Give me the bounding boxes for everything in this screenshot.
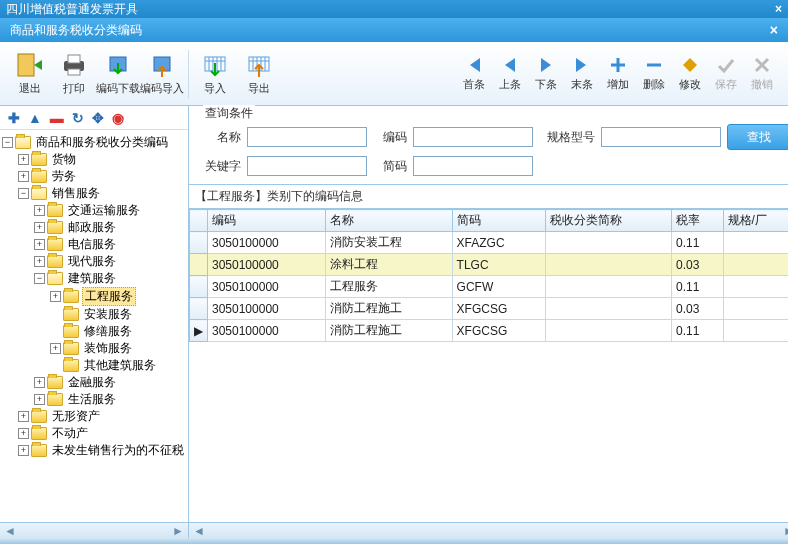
tree-expand-icon[interactable]: + <box>50 343 61 354</box>
tree-expand-icon[interactable]: + <box>18 445 29 456</box>
tree-hscrollbar[interactable]: ◄► <box>0 522 188 538</box>
data-grid[interactable]: 编码名称简码税收分类简称税率规格/厂 3050100000消防安装工程XFAZG… <box>189 209 788 342</box>
cell[interactable]: 0.11 <box>672 276 723 298</box>
tree-expand-icon[interactable]: + <box>18 154 29 165</box>
first-record-button[interactable]: 首条 <box>456 46 492 102</box>
tree-refresh-icon[interactable]: ↻ <box>72 110 84 126</box>
cell[interactable] <box>723 320 788 342</box>
cell[interactable]: GCFW <box>452 276 545 298</box>
dialog-close-icon[interactable]: × <box>770 18 778 42</box>
category-tree[interactable]: −商品和服务税收分类编码 +货物+劳务−销售服务+交通运输服务+邮政服务+电信服… <box>0 130 188 522</box>
next-record-button[interactable]: 下条 <box>528 46 564 102</box>
cell[interactable]: 消防工程施工 <box>326 298 452 320</box>
import-button[interactable]: 导入 <box>193 46 237 102</box>
cell[interactable]: XFGCSG <box>452 298 545 320</box>
tree-expand-icon[interactable]: + <box>34 256 45 267</box>
tree-expand-icon[interactable]: + <box>34 205 45 216</box>
tree-node-label[interactable]: 劳务 <box>50 168 78 185</box>
cell[interactable]: XFAZGC <box>452 232 545 254</box>
tree-node-label[interactable]: 安装服务 <box>82 306 134 323</box>
tree-node-label[interactable]: 其他建筑服务 <box>82 357 158 374</box>
scroll-right-icon[interactable]: ► <box>172 524 184 538</box>
tree-node-label[interactable]: 建筑服务 <box>66 270 118 287</box>
scroll-left-icon[interactable]: ◄ <box>193 524 205 538</box>
table-row[interactable]: 3050100000消防安装工程XFAZGC0.11 <box>190 232 789 254</box>
cell[interactable]: TLGC <box>452 254 545 276</box>
cell[interactable]: 0.11 <box>672 320 723 342</box>
table-row[interactable]: 3050100000工程服务GCFW0.11 <box>190 276 789 298</box>
code-import-button[interactable]: 编码导入 <box>140 46 184 102</box>
last-record-button[interactable]: 末条 <box>564 46 600 102</box>
grid-hscrollbar[interactable]: ◄► <box>189 522 788 538</box>
column-header[interactable]: 名称 <box>326 210 452 232</box>
tree-node-label[interactable]: 生活服务 <box>66 391 118 408</box>
cell[interactable]: 3050100000 <box>208 320 326 342</box>
cell[interactable]: 涂料工程 <box>326 254 452 276</box>
cell[interactable] <box>723 232 788 254</box>
name-input[interactable] <box>247 127 367 147</box>
search-button[interactable]: 查找 <box>727 124 788 150</box>
tree-remove-icon[interactable]: ▬ <box>50 110 64 126</box>
cell[interactable] <box>723 254 788 276</box>
cell[interactable]: 3050100000 <box>208 276 326 298</box>
save-button[interactable]: 保存 <box>708 46 744 102</box>
cell[interactable]: 3050100000 <box>208 298 326 320</box>
spec-input[interactable] <box>601 127 721 147</box>
prev-record-button[interactable]: 上条 <box>492 46 528 102</box>
tree-node-label[interactable]: 电信服务 <box>66 236 118 253</box>
code-download-button[interactable]: 编码下载 <box>96 46 140 102</box>
tree-target-icon[interactable]: ◉ <box>112 110 124 126</box>
app-close-icon[interactable]: × <box>775 0 782 18</box>
tree-expand-icon[interactable]: + <box>18 428 29 439</box>
tree-node-label[interactable]: 现代服务 <box>66 253 118 270</box>
cell[interactable] <box>723 298 788 320</box>
column-header[interactable]: 规格/厂 <box>723 210 788 232</box>
tree-expand-icon[interactable]: + <box>18 171 29 182</box>
undo-button[interactable]: 撤销 <box>744 46 780 102</box>
cell[interactable] <box>545 254 671 276</box>
scroll-right-icon[interactable]: ► <box>783 524 788 538</box>
tree-root-label[interactable]: 商品和服务税收分类编码 <box>34 134 170 151</box>
table-row[interactable]: ▶3050100000消防工程施工XFGCSG0.11 <box>190 320 789 342</box>
tree-node-label[interactable]: 未发生销售行为的不征税 <box>50 442 186 459</box>
tree-expand-icon[interactable]: + <box>34 394 45 405</box>
tree-node-label[interactable]: 邮政服务 <box>66 219 118 236</box>
cell[interactable]: 3050100000 <box>208 232 326 254</box>
cell[interactable]: 工程服务 <box>326 276 452 298</box>
cell[interactable]: 消防安装工程 <box>326 232 452 254</box>
cell[interactable] <box>545 232 671 254</box>
cell[interactable] <box>545 298 671 320</box>
tree-node-label[interactable]: 装饰服务 <box>82 340 134 357</box>
tree-expand-icon[interactable]: + <box>34 222 45 233</box>
print-button[interactable]: 打印 <box>52 46 96 102</box>
delete-button[interactable]: 删除 <box>636 46 672 102</box>
tree-expand-icon[interactable]: ✥ <box>92 110 104 126</box>
tree-node-label[interactable]: 货物 <box>50 151 78 168</box>
tree-node-label[interactable]: 金融服务 <box>66 374 118 391</box>
column-header[interactable]: 税收分类简称 <box>545 210 671 232</box>
tree-expand-icon[interactable]: + <box>34 377 45 388</box>
tree-expand-icon[interactable]: + <box>50 291 61 302</box>
tree-expand-icon[interactable]: + <box>18 411 29 422</box>
tree-add-icon[interactable]: ✚ <box>8 110 20 126</box>
cell[interactable]: XFGCSG <box>452 320 545 342</box>
keyword-input[interactable] <box>247 156 367 176</box>
tree-collapse-icon[interactable]: − <box>34 273 45 284</box>
cell[interactable] <box>545 320 671 342</box>
table-row[interactable]: 3050100000涂料工程TLGC0.03 <box>190 254 789 276</box>
tree-node-label[interactable]: 销售服务 <box>50 185 102 202</box>
column-header[interactable]: 简码 <box>452 210 545 232</box>
exit-button[interactable]: 退出 <box>8 46 52 102</box>
table-row[interactable]: 3050100000消防工程施工XFGCSG0.03 <box>190 298 789 320</box>
scroll-left-icon[interactable]: ◄ <box>4 524 16 538</box>
tree-node-label[interactable]: 工程服务 <box>82 287 136 306</box>
tree-node-label[interactable]: 修缮服务 <box>82 323 134 340</box>
cell[interactable] <box>545 276 671 298</box>
cell[interactable]: 0.11 <box>672 232 723 254</box>
edit-button[interactable]: 修改 <box>672 46 708 102</box>
add-button[interactable]: 增加 <box>600 46 636 102</box>
export-button[interactable]: 导出 <box>237 46 281 102</box>
tree-node-label[interactable]: 无形资产 <box>50 408 102 425</box>
code-input[interactable] <box>413 127 533 147</box>
tree-collapse-icon[interactable]: − <box>2 137 13 148</box>
